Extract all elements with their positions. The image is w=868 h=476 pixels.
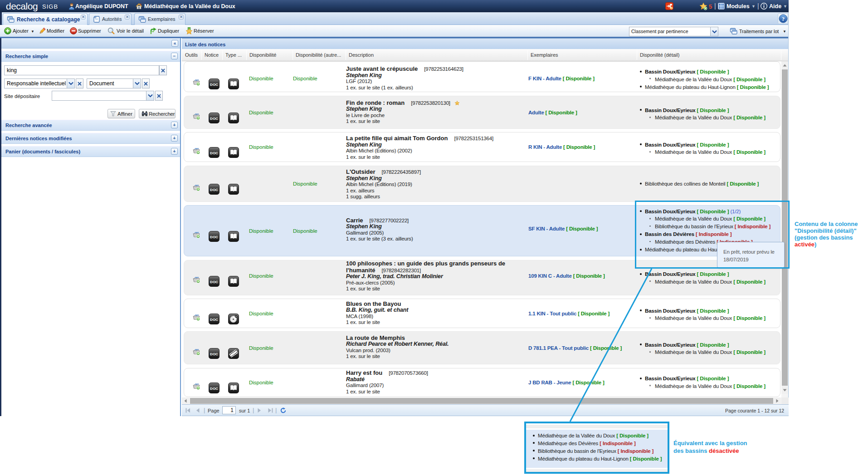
svg-text:?: ? (782, 15, 785, 22)
svg-text:DOC: DOC (210, 116, 218, 120)
svg-text:DOC: DOC (210, 151, 218, 155)
svg-text:DOC: DOC (210, 352, 218, 356)
svg-text:DOC: DOC (210, 280, 218, 284)
svg-text:DOC: DOC (210, 317, 218, 321)
svg-text:DOC: DOC (210, 83, 218, 87)
svg-text:DOC: DOC (210, 235, 218, 239)
svg-text:DOC: DOC (210, 188, 218, 192)
svg-text:DOC: DOC (210, 387, 218, 391)
